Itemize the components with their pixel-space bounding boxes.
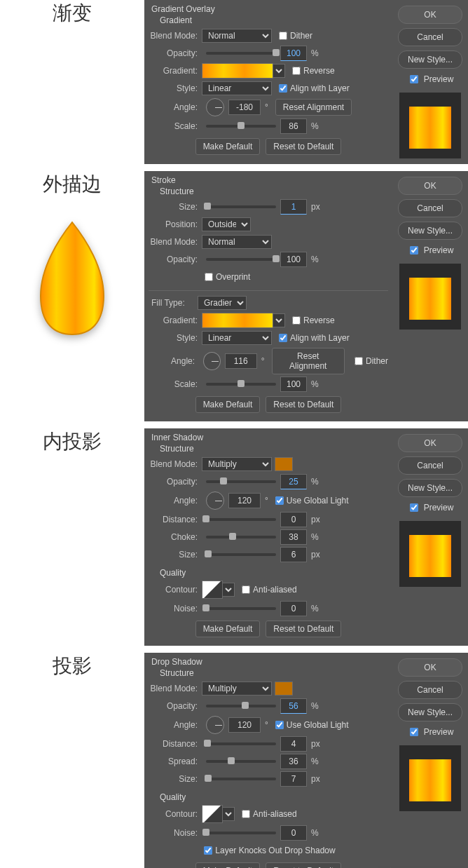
input-opacity[interactable]: [280, 474, 307, 489]
color-swatch[interactable]: [275, 457, 293, 471]
select-position[interactable]: Outside: [202, 217, 251, 231]
checkbox-dither[interactable]: [279, 32, 287, 40]
input-noise[interactable]: [280, 601, 307, 616]
select-blend-mode[interactable]: Normal: [202, 235, 272, 249]
button-cancel[interactable]: Cancel: [398, 199, 462, 217]
select-style[interactable]: Linear: [202, 331, 272, 345]
button-cancel[interactable]: Cancel: [398, 28, 462, 46]
input-scale[interactable]: [280, 118, 307, 134]
contour-swatch[interactable]: [202, 805, 223, 823]
contour-dropdown[interactable]: [222, 583, 235, 597]
button-cancel[interactable]: Cancel: [398, 456, 462, 475]
input-opacity[interactable]: [280, 46, 307, 61]
button-new-style[interactable]: New Style...: [398, 50, 462, 69]
button-make-default[interactable]: Make Default: [195, 862, 261, 868]
slider-scale[interactable]: [206, 383, 276, 386]
slider-spread[interactable]: [206, 760, 276, 763]
input-size[interactable]: [280, 547, 307, 562]
checkbox-layer-knocks[interactable]: [204, 846, 212, 855]
checkbox-align-layer[interactable]: [279, 84, 287, 93]
button-reset-default[interactable]: Reset to Default: [266, 621, 341, 637]
gradient-dropdown[interactable]: [273, 64, 285, 78]
button-ok[interactable]: OK: [398, 658, 462, 677]
input-angle[interactable]: [228, 493, 261, 508]
angle-dial[interactable]: [206, 716, 224, 734]
button-new-style[interactable]: New Style...: [398, 703, 462, 721]
select-blend-mode[interactable]: Multiply: [202, 457, 272, 471]
slider-size[interactable]: [206, 778, 276, 780]
button-reset-default[interactable]: Reset to Default: [266, 862, 341, 868]
button-reset-alignment[interactable]: Reset Alignment: [275, 99, 352, 116]
checkbox-preview[interactable]: [410, 503, 418, 512]
checkbox-preview[interactable]: [410, 728, 418, 736]
slider-distance[interactable]: [206, 518, 276, 521]
input-distance[interactable]: [280, 736, 307, 752]
checkbox-overprint[interactable]: [205, 273, 213, 281]
input-choke[interactable]: [280, 529, 307, 545]
slider-noise[interactable]: [206, 832, 276, 834]
slider-scale[interactable]: [206, 125, 276, 128]
input-opacity[interactable]: [280, 698, 307, 714]
button-reset-default[interactable]: Reset to Default: [266, 396, 341, 413]
button-ok[interactable]: OK: [398, 177, 462, 195]
input-spread[interactable]: [280, 754, 307, 769]
button-reset-alignment[interactable]: Reset Alignment: [272, 348, 345, 374]
checkbox-reverse[interactable]: [292, 316, 301, 325]
input-angle[interactable]: [228, 100, 261, 115]
select-blend-mode[interactable]: Multiply: [202, 681, 272, 696]
input-size[interactable]: [280, 771, 307, 787]
slider-choke[interactable]: [206, 536, 276, 538]
button-new-style[interactable]: New Style...: [398, 479, 462, 497]
section-inner-shadow: 内投影 Inner Shadow Structure Blend Mode: M…: [0, 428, 468, 646]
button-ok[interactable]: OK: [398, 6, 462, 24]
checkbox-global-light[interactable]: [275, 721, 284, 729]
button-cancel[interactable]: Cancel: [398, 681, 462, 699]
button-ok[interactable]: OK: [398, 434, 462, 452]
slider-size[interactable]: [206, 205, 276, 208]
select-style[interactable]: Linear: [202, 81, 272, 95]
checkbox-global-light[interactable]: [275, 496, 284, 505]
input-angle[interactable]: [228, 717, 261, 733]
input-noise[interactable]: [280, 825, 307, 841]
contour-swatch[interactable]: [202, 581, 223, 599]
select-fill-type[interactable]: Gradient: [198, 296, 247, 310]
contour-dropdown[interactable]: [222, 807, 235, 821]
button-make-default[interactable]: Make Default: [195, 138, 261, 155]
button-make-default[interactable]: Make Default: [195, 621, 261, 637]
input-size[interactable]: [280, 199, 307, 215]
button-make-default[interactable]: Make Default: [195, 396, 261, 413]
checkbox-preview[interactable]: [410, 75, 418, 83]
gradient-dropdown[interactable]: [273, 313, 285, 327]
checkbox-anti-aliased[interactable]: [242, 810, 250, 818]
label-contour: Contour:: [149, 809, 198, 819]
slider-size[interactable]: [206, 553, 276, 556]
slider-opacity[interactable]: [206, 480, 276, 483]
input-opacity[interactable]: [280, 252, 307, 267]
button-new-style[interactable]: New Style...: [398, 222, 462, 240]
angle-dial[interactable]: [203, 352, 221, 370]
slider-noise[interactable]: [206, 607, 276, 610]
checkbox-preview[interactable]: [410, 246, 418, 255]
angle-dial[interactable]: [206, 98, 224, 116]
label-opacity: Opacity:: [149, 48, 198, 58]
slider-opacity[interactable]: [206, 258, 276, 261]
checkbox-align-layer[interactable]: [279, 334, 287, 342]
input-angle[interactable]: [225, 353, 257, 369]
checkbox-anti-aliased[interactable]: [242, 585, 250, 594]
angle-dial[interactable]: [206, 491, 224, 510]
gradient-swatch[interactable]: [202, 313, 273, 328]
label-preview: Preview: [424, 74, 454, 84]
checkbox-dither[interactable]: [355, 357, 363, 365]
slider-distance[interactable]: [206, 742, 276, 745]
side-panel: OK Cancel New Style... Preview: [392, 0, 468, 164]
select-blend-mode[interactable]: Normal: [202, 29, 272, 43]
input-scale[interactable]: [280, 377, 307, 392]
slider-opacity[interactable]: [206, 52, 276, 55]
input-distance[interactable]: [280, 512, 307, 527]
slider-opacity[interactable]: [206, 705, 276, 707]
button-reset-default[interactable]: Reset to Default: [266, 138, 341, 155]
color-swatch[interactable]: [275, 681, 293, 696]
label-anti-aliased: Anti-aliased: [253, 585, 297, 595]
checkbox-reverse[interactable]: [292, 67, 301, 75]
gradient-swatch[interactable]: [202, 63, 273, 79]
